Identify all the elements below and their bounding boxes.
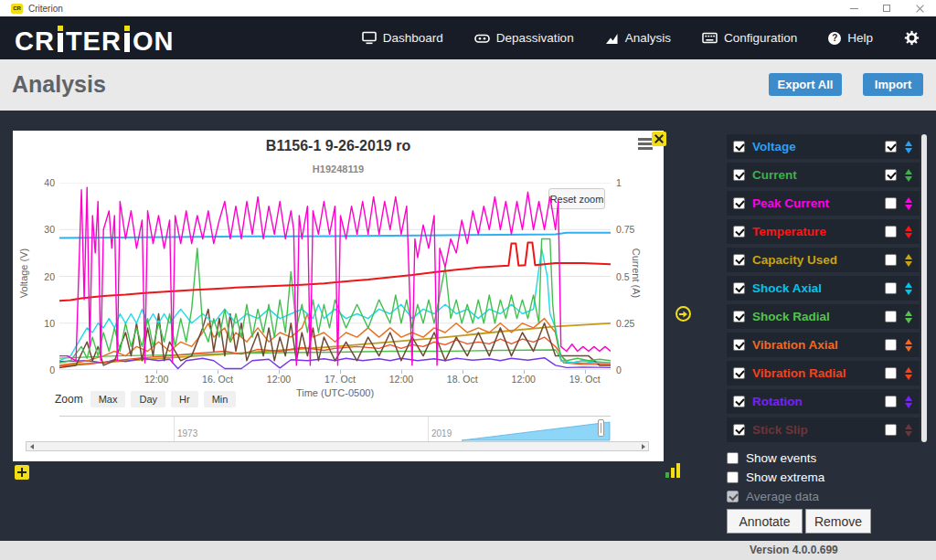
zoom-hr-button[interactable]: Hr <box>171 391 198 407</box>
series-sort-arrows[interactable] <box>905 424 912 437</box>
series-sort-arrows[interactable] <box>905 311 912 323</box>
series-row: Current <box>727 163 920 187</box>
page-title: Analysis <box>12 71 106 98</box>
navigator-handle[interactable] <box>598 419 604 437</box>
series-sort-arrows[interactable] <box>905 339 912 352</box>
series-axis-checkbox[interactable] <box>885 311 897 322</box>
chart-options: Show eventsShow extremaAverage data <box>727 451 824 503</box>
arrow-up-icon <box>905 311 912 316</box>
series-axis-checkbox[interactable] <box>885 339 897 351</box>
series-axis-checkbox[interactable] <box>885 424 897 436</box>
remove-button[interactable]: Remove <box>805 509 871 534</box>
chart-panel: B1156-1 9-26-2019 ro H19248119 Reset zoo… <box>13 131 664 461</box>
x-axis-tickmark <box>218 370 218 374</box>
series-visible-checkbox[interactable] <box>733 282 745 294</box>
option-checkbox[interactable] <box>727 452 739 464</box>
y-axis-right-tick: 0.25 <box>616 318 647 329</box>
logo-i-icon <box>124 33 130 52</box>
scrollbar-right-arrow[interactable] <box>638 442 648 450</box>
chart-scrollbar[interactable] <box>26 441 649 451</box>
maximize-button[interactable] <box>879 1 894 16</box>
series-sort-arrows[interactable] <box>905 226 912 238</box>
export-all-button[interactable]: Export All <box>769 73 842 96</box>
analysis-icon <box>605 32 619 45</box>
stats-bars-button[interactable] <box>665 461 686 478</box>
x-axis-tick: 19. Oct <box>558 374 612 385</box>
version-text: Version 4.0.0.699 <box>750 544 838 556</box>
minimize-button[interactable] <box>846 1 861 16</box>
navigator-area <box>59 417 611 441</box>
series-sort-arrows[interactable] <box>905 396 912 408</box>
series-row: Voltage <box>727 134 920 159</box>
series-sort-arrows[interactable] <box>905 197 912 210</box>
zoom-max-button[interactable]: Max <box>90 391 126 407</box>
x-axis-tick: 12:00 <box>129 374 184 385</box>
series-axis-checkbox[interactable] <box>885 169 897 181</box>
nav-help[interactable]: ? Help <box>828 31 873 45</box>
series-sort-arrows[interactable] <box>905 254 912 267</box>
nav-configuration[interactable]: Configuration <box>702 31 797 45</box>
series-visible-checkbox[interactable] <box>733 254 745 266</box>
zoom-day-button[interactable]: Day <box>131 391 165 407</box>
nav-depassivation[interactable]: Depassivation <box>474 31 574 45</box>
series-sort-arrows[interactable] <box>905 169 912 182</box>
x-axis-tickmark <box>279 370 280 374</box>
series-sort-arrows[interactable] <box>905 367 912 380</box>
series-label: Shock Radial <box>752 310 830 323</box>
x-axis-tick: 12:00 <box>374 374 429 385</box>
x-axis-tickmark <box>463 370 463 374</box>
series-visible-checkbox[interactable] <box>733 367 745 379</box>
nav-analysis[interactable]: Analysis <box>605 31 671 45</box>
series-row: Peak Current <box>727 191 920 216</box>
series-axis-checkbox[interactable] <box>885 141 897 153</box>
logo-i-icon <box>58 33 63 52</box>
series-visible-checkbox[interactable] <box>733 424 745 436</box>
series-list-scrollbar[interactable] <box>921 134 927 442</box>
gear-icon <box>904 30 920 46</box>
zoom-min-button[interactable]: Min <box>204 391 237 407</box>
nav-dashboard[interactable]: Dashboard <box>362 31 443 45</box>
main-area: B1156-1 9-26-2019 ro H19248119 Reset zoo… <box>0 111 936 541</box>
series-label: Shock Axial <box>752 281 822 295</box>
series-sort-arrows[interactable] <box>905 282 912 295</box>
series-visible-checkbox[interactable] <box>733 311 745 322</box>
series-axis-checkbox[interactable] <box>885 367 897 379</box>
close-chart-button[interactable] <box>652 132 666 146</box>
series-axis-checkbox[interactable] <box>885 396 897 407</box>
arrow-down-icon <box>905 176 912 182</box>
expand-arrow-button[interactable] <box>675 306 691 322</box>
close-button[interactable] <box>912 1 927 16</box>
option-checkbox <box>727 491 739 502</box>
series-label: Vibration Radial <box>752 366 846 380</box>
y-axis-left-tick: 20 <box>13 271 55 282</box>
series-axis-checkbox[interactable] <box>885 282 897 294</box>
chart-navigator[interactable]: 19732019 <box>59 416 611 440</box>
series-visible-checkbox[interactable] <box>733 339 745 351</box>
arrow-up-icon <box>905 226 912 231</box>
series-axis-checkbox[interactable] <box>885 197 897 209</box>
series-row: Shock Radial <box>727 304 920 329</box>
arrow-up-icon <box>905 141 912 146</box>
option-label: Show events <box>746 451 816 465</box>
series-row: Capacity Used <box>727 248 920 272</box>
series-visible-checkbox[interactable] <box>733 169 745 181</box>
series-visible-checkbox[interactable] <box>733 141 745 153</box>
x-axis-tick: 18. Oct <box>435 374 490 385</box>
scrollbar-left-arrow[interactable] <box>27 442 37 450</box>
series-visible-checkbox[interactable] <box>733 197 745 209</box>
series-visible-checkbox[interactable] <box>733 226 745 238</box>
series-sort-arrows[interactable] <box>905 141 912 153</box>
series-axis-checkbox[interactable] <box>885 254 897 266</box>
series-list: VoltageCurrentPeak CurrentTemperatureCap… <box>727 134 920 442</box>
settings-gear-button[interactable] <box>904 30 920 46</box>
import-button[interactable]: Import <box>863 73 923 96</box>
series-row: Temperature <box>727 219 920 244</box>
add-chart-button[interactable] <box>15 465 29 480</box>
annotate-button[interactable]: Annotate <box>727 509 803 534</box>
arrow-up-icon <box>905 424 912 429</box>
series-axis-checkbox[interactable] <box>885 226 897 238</box>
arrow-down-icon <box>905 346 912 352</box>
series-visible-checkbox[interactable] <box>733 396 745 407</box>
option-checkbox[interactable] <box>727 471 739 483</box>
y-axis-left-tick: 0 <box>13 365 55 375</box>
